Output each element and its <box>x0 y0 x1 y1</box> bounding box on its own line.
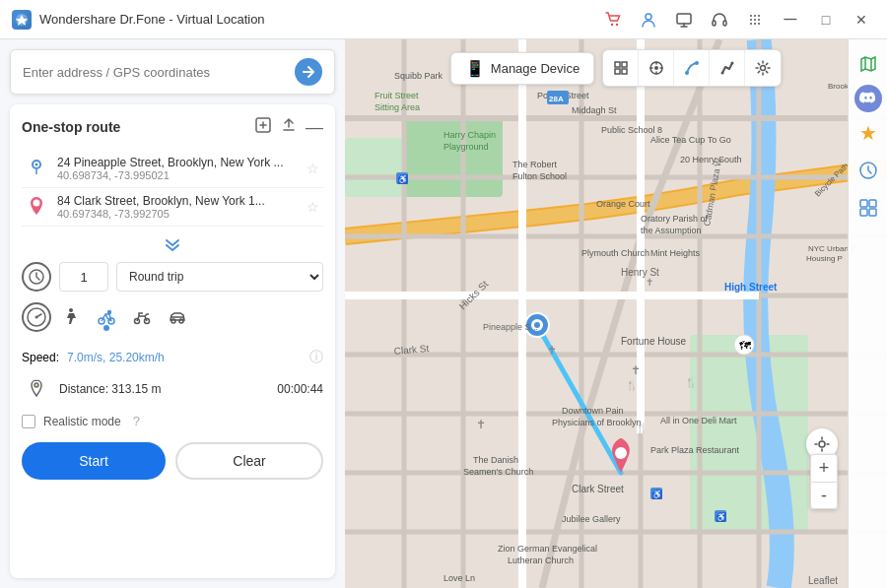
svg-text:Alice Tea Cup To Go: Alice Tea Cup To Go <box>650 135 731 145</box>
route-mode-btn[interactable] <box>674 50 710 86</box>
controls-row: 1 Round trip One way Loop <box>22 262 323 292</box>
waypoint-end-icon <box>26 195 49 219</box>
svg-text:Mint Heights: Mint Heights <box>650 248 701 258</box>
export-icon[interactable] <box>280 116 298 138</box>
leaflet-attribution: Leaflet <box>808 575 838 586</box>
svg-text:Orange Court: Orange Court <box>596 199 650 209</box>
user-icon[interactable] <box>635 6 662 33</box>
svg-text:Harry Chapin: Harry Chapin <box>444 130 496 140</box>
minimize-btn[interactable]: ─ <box>777 6 804 33</box>
svg-rect-132 <box>869 209 876 216</box>
svg-point-8 <box>754 15 756 17</box>
zoom-out-button[interactable]: - <box>810 482 838 509</box>
import-icon[interactable] <box>254 116 272 138</box>
collapse-icon[interactable]: — <box>306 117 323 138</box>
svg-point-122 <box>685 71 689 75</box>
maximize-btn[interactable]: □ <box>812 6 840 33</box>
speed-value: 7.0m/s, 25.20km/h <box>67 351 165 364</box>
path-mode-btn[interactable] <box>710 50 745 86</box>
svg-text:♿: ♿ <box>651 489 663 500</box>
waypoint-2-coords: 40.697348, -73.992705 <box>57 208 299 220</box>
svg-text:Henry St: Henry St <box>621 267 659 278</box>
svg-text:The Robert: The Robert <box>512 160 558 169</box>
svg-point-27 <box>108 311 111 314</box>
svg-text:Physicians of Brooklyn: Physicians of Brooklyn <box>552 418 642 427</box>
monitor-icon[interactable] <box>670 6 698 33</box>
svg-rect-4 <box>677 14 691 24</box>
svg-text:Lutheran Church: Lutheran Church <box>508 555 574 565</box>
realistic-mode-label: Realistic mode <box>43 415 121 428</box>
waypoint-1-coords: 40.698734, -73.995021 <box>57 169 299 181</box>
svg-rect-117 <box>622 62 627 67</box>
speed-meter-icon <box>22 302 51 332</box>
clear-button[interactable]: Clear <box>175 442 323 480</box>
close-btn[interactable]: ✕ <box>848 6 875 33</box>
svg-point-9 <box>758 15 760 17</box>
map-pin-icon <box>22 374 51 404</box>
realistic-help-icon[interactable]: ? <box>133 414 140 428</box>
svg-text:Seamen's Church: Seamen's Church <box>463 467 533 477</box>
manage-device-button[interactable]: 📱 Manage Device <box>450 52 594 85</box>
title-bar: Wondershare Dr.Fone - Virtual Location <box>0 0 887 39</box>
menu-icon[interactable] <box>741 6 769 33</box>
title-bar-left: Wondershare Dr.Fone - Virtual Location <box>12 10 265 30</box>
route-title: One-stop route <box>22 119 120 135</box>
realistic-mode-checkbox[interactable] <box>22 415 35 428</box>
svg-text:✝: ✝ <box>646 277 653 288</box>
search-go-button[interactable] <box>295 58 322 86</box>
svg-text:Oratory Parish of: Oratory Parish of <box>641 214 709 224</box>
svg-text:🗺: 🗺 <box>739 339 751 353</box>
start-button[interactable]: Start <box>22 442 166 480</box>
route-header-icons: — <box>254 116 323 138</box>
svg-point-23 <box>35 316 38 319</box>
svg-text:Plymouth Church: Plymouth Church <box>581 248 649 258</box>
joystick-mode-btn[interactable] <box>639 50 674 86</box>
svg-rect-131 <box>860 209 867 216</box>
headphones-icon[interactable] <box>706 6 733 33</box>
svg-point-10 <box>750 19 752 21</box>
svg-point-13 <box>750 23 752 25</box>
map-toolbar: 📱 Manage Device <box>345 49 887 87</box>
svg-text:♿: ♿ <box>716 511 727 523</box>
svg-text:Park Plaza Restaurant: Park Plaza Restaurant <box>650 445 740 455</box>
svg-point-19 <box>35 163 38 166</box>
cart-icon[interactable] <box>599 6 627 33</box>
zoom-controls: + - <box>810 454 838 509</box>
app-icon <box>12 10 32 30</box>
maps-icon[interactable] <box>852 47 885 81</box>
waypoint-2-star[interactable]: ☆ <box>307 199 319 215</box>
svg-point-2 <box>616 23 618 25</box>
route-panel: One-stop route — <box>10 104 335 578</box>
svg-text:Fulton School: Fulton School <box>512 171 567 181</box>
walk-transport-btn[interactable] <box>55 301 87 333</box>
svg-rect-116 <box>615 62 620 67</box>
speed-info-icon[interactable]: ⓘ <box>309 349 323 366</box>
car-transport-btn[interactable] <box>162 301 193 333</box>
svg-rect-119 <box>622 69 627 74</box>
discord-icon[interactable] <box>854 85 882 112</box>
search-bar-container <box>10 49 335 95</box>
loop-count-input[interactable]: 1 <box>59 262 108 292</box>
search-input[interactable] <box>23 65 295 80</box>
settings-mode-btn[interactable] <box>745 50 781 86</box>
distance-row: Distance: 313.15 m 00:00:44 <box>22 374 323 404</box>
device-icon: 📱 <box>465 59 485 78</box>
svg-text:Downtown Pain: Downtown Pain <box>562 406 624 416</box>
clock-icon[interactable] <box>852 154 885 187</box>
bike-transport-btn[interactable] <box>91 301 122 333</box>
svg-rect-118 <box>615 69 620 74</box>
trip-mode-select[interactable]: Round trip One way Loop <box>116 262 323 292</box>
svg-point-20 <box>34 200 40 207</box>
svg-point-3 <box>646 14 651 20</box>
grid-icon[interactable] <box>852 191 885 225</box>
transport-row <box>22 301 323 341</box>
scan-mode-btn[interactable] <box>603 50 639 86</box>
star-icon[interactable]: ★ <box>852 116 885 150</box>
app-title: Wondershare Dr.Fone - Virtual Location <box>39 12 265 27</box>
scooter-transport-btn[interactable] <box>126 301 158 333</box>
speed-label: Speed: <box>22 351 59 364</box>
svg-point-126 <box>761 66 766 71</box>
zoom-in-button[interactable]: + <box>810 454 838 482</box>
timer-icon <box>22 262 51 292</box>
waypoint-1-star[interactable]: ☆ <box>307 161 319 176</box>
